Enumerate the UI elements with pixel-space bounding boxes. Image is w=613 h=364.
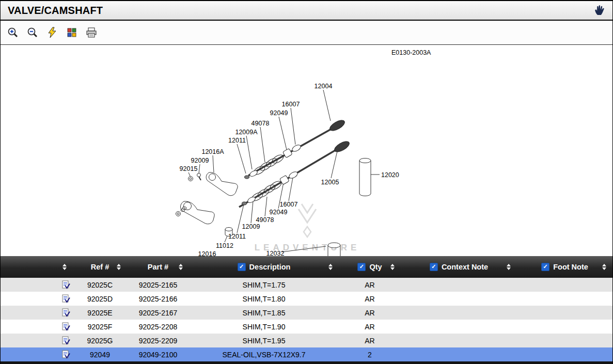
part-label[interactable]: 49078: [252, 120, 270, 127]
sort-icon[interactable]: [507, 264, 511, 270]
valve-head-upper: [328, 118, 347, 133]
cell-description: SHIM,T=1.75: [189, 278, 339, 292]
part-label[interactable]: 92049: [270, 209, 288, 216]
cell-description: SHIM,T=1.80: [189, 292, 339, 306]
part-label[interactable]: 12005: [321, 179, 339, 186]
cell-description: SHIM,T=1.95: [189, 334, 339, 347]
print-icon[interactable]: [85, 26, 98, 39]
part-label[interactable]: 16007: [282, 101, 300, 108]
exploded-parts: [176, 118, 371, 256]
cell-context-note: [401, 278, 517, 292]
cell-description: SHIM,T=1.85: [189, 306, 339, 320]
column-checkbox-qty[interactable]: [357, 263, 366, 271]
sort-icon[interactable]: [179, 264, 183, 270]
table-row[interactable]: 92025C 92025-2165 SHIM,T=1.75 AR: [1, 278, 612, 292]
cell-foot-note: [517, 334, 612, 347]
cell-foot-note: [517, 306, 612, 320]
table-row[interactable]: 92025G 92025-2209 SHIM,T=1.95 AR: [1, 334, 612, 347]
table-row-selected[interactable]: 92049 92049-2100 SEAL-OIL,VSB-7X12X9.7 2: [1, 347, 612, 361]
column-header-icon[interactable]: [1, 256, 73, 278]
column-header-ref[interactable]: Ref #: [73, 256, 127, 278]
column-checkbox-description[interactable]: [238, 263, 246, 271]
cell-ref: 92025D: [73, 292, 127, 306]
collet-upper: [245, 176, 249, 179]
parts-table-body: 92025C 92025-2165 SHIM,T=1.75 AR 92025D …: [1, 278, 612, 361]
lock-nut: [188, 177, 193, 181]
rocker-arm-lower: [180, 201, 214, 224]
cell-context-note: [401, 306, 517, 320]
column-header-part[interactable]: Part #: [127, 256, 189, 278]
part-label[interactable]: 92009: [191, 157, 209, 164]
cell-part: 92025-2167: [127, 306, 189, 320]
cell-context-note: [401, 347, 517, 361]
cell-context-note: [401, 292, 517, 306]
column-label-description: Description: [249, 263, 291, 271]
zoom-in-icon[interactable]: [7, 26, 19, 39]
part-info-icon[interactable]: [61, 294, 70, 303]
part-label[interactable]: 12032: [266, 250, 285, 256]
part-info-icon[interactable]: [61, 336, 70, 345]
cell-qty: AR: [339, 320, 401, 334]
diagram-area: LEADVENTURE: [1, 45, 612, 256]
part-label[interactable]: 12020: [381, 171, 399, 179]
part-label[interactable]: 12011: [228, 233, 246, 240]
column-header-qty[interactable]: Qty: [339, 256, 401, 278]
cell-description: SHIM,T=1.90: [189, 320, 339, 334]
part-label[interactable]: 92049: [270, 109, 288, 117]
table-row[interactable]: 92025D 92025-2166 SHIM,T=1.80 AR: [1, 292, 612, 306]
column-header-context-note[interactable]: Context Note: [401, 256, 517, 278]
bottom-divider: [1, 361, 612, 364]
part-label[interactable]: 12009A: [235, 129, 258, 136]
part-label[interactable]: 12016A: [201, 148, 224, 155]
cell-part: 92025-2209: [127, 334, 189, 347]
part-label[interactable]: 92015: [180, 165, 198, 172]
part-info-icon[interactable]: [61, 308, 70, 317]
table-row[interactable]: 92025F 92025-2208 SHIM,T=1.90 AR: [1, 320, 612, 334]
column-header-foot-note[interactable]: Foot Note: [517, 256, 612, 278]
cell-qty: 2: [339, 347, 401, 361]
column-checkbox-context-note[interactable]: [430, 263, 438, 271]
table-row[interactable]: 92025E 92025-2167 SHIM,T=1.85 AR: [1, 306, 612, 320]
cell-context-note: [401, 334, 517, 347]
zoom-out-icon[interactable]: [26, 26, 39, 39]
hand-icon[interactable]: [593, 4, 605, 17]
part-label[interactable]: 12009: [242, 223, 260, 230]
part-info-icon[interactable]: [61, 280, 70, 289]
sort-icon[interactable]: [328, 264, 333, 270]
column-label-ref: Ref #: [91, 263, 109, 271]
cell-context-note: [401, 320, 517, 334]
part-label[interactable]: 11012: [216, 242, 233, 249]
part-info-icon[interactable]: [61, 350, 70, 359]
part-label[interactable]: 49078: [256, 216, 274, 224]
sort-icon[interactable]: [117, 264, 121, 270]
part-label[interactable]: 12011: [228, 137, 246, 144]
valve-head-lower: [333, 139, 351, 154]
cell-ref: 92025C: [73, 278, 127, 292]
sort-icon[interactable]: [602, 264, 606, 270]
cell-foot-note: [517, 347, 612, 361]
sort-icon[interactable]: [62, 264, 67, 270]
part-label[interactable]: 16007: [280, 201, 298, 208]
cell-description: SEAL-OIL,VSB-7X12X9.7: [189, 347, 339, 361]
column-checkbox-foot-note[interactable]: [541, 263, 549, 271]
part-info-icon[interactable]: [61, 322, 70, 331]
column-label-context-note: Context Note: [442, 263, 488, 271]
lightning-icon[interactable]: [46, 26, 58, 39]
cell-foot-note: [517, 278, 612, 292]
part-label[interactable]: 12016: [198, 250, 216, 256]
cell-qty: AR: [339, 292, 401, 306]
cell-qty: AR: [339, 278, 401, 292]
part-label[interactable]: 12004: [315, 83, 333, 90]
table-header: Ref # Part # Description Qty Context Not…: [1, 256, 612, 278]
cell-ref: 92025F: [73, 320, 127, 334]
highlight-parts-icon[interactable]: [66, 26, 78, 39]
cell-foot-note: [517, 292, 612, 306]
cell-ref: 92049: [73, 347, 127, 361]
column-header-description[interactable]: Description: [189, 256, 339, 278]
diagram-code: E0130-2003A: [391, 49, 431, 56]
title-bar: VALVE/CAMSHAFT: [1, 1, 612, 21]
sort-icon[interactable]: [390, 264, 395, 270]
column-label-part: Part #: [148, 263, 168, 271]
cell-ref: 92025E: [73, 306, 127, 320]
cell-ref: 92025G: [73, 334, 127, 347]
